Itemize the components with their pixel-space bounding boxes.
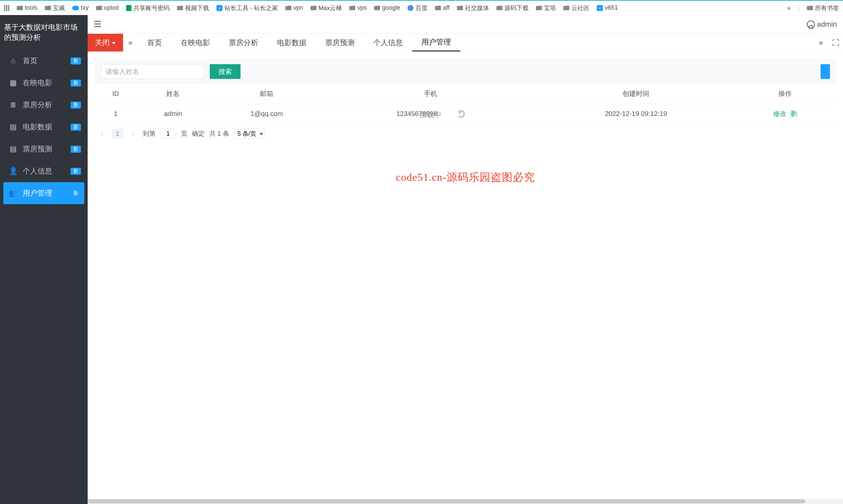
tab-0[interactable]: 首页 xyxy=(138,34,171,52)
bookmark-10[interactable]: google xyxy=(374,4,400,11)
sidebar-item-label: 票房分析 xyxy=(23,100,52,110)
new-badge: 新 xyxy=(71,57,81,65)
sidebar-icon: ⌂ xyxy=(9,56,17,65)
top-bar: ☰ admin xyxy=(88,15,843,34)
bookmark-5[interactable]: 视频下载 xyxy=(177,4,209,12)
tab-5[interactable]: 个人信息 xyxy=(364,34,412,52)
sidebar-icon: ▤ xyxy=(9,145,17,154)
bookmark-1[interactable]: 宝藏 xyxy=(45,4,65,12)
tabs-scroll-left-icon[interactable]: « xyxy=(123,34,138,52)
reload-icon[interactable] xyxy=(457,110,465,118)
edit-link[interactable]: 修改 xyxy=(773,110,787,117)
tab-bar: 关闭 « 首页在映电影票房分析电影数据票房预测个人信息用户管理 » ⛶ xyxy=(88,34,843,52)
col-header: 姓名 xyxy=(136,84,210,104)
page-next-icon[interactable]: › xyxy=(128,129,138,139)
watermark-banner: code51.cn-源码乐园盗图必究 xyxy=(95,170,836,185)
pagination: ‹ 1 › 到第 页 确定 共 1 条 5 条/页 xyxy=(95,124,836,143)
sidebar: 基于大数据对电影市场的预测分析 ⌂首页新▦在映电影新≣票房分析新▤电影数据新▤票… xyxy=(0,15,88,504)
tabs-close-button[interactable]: 关闭 xyxy=(88,34,123,52)
sidebar-icon: ▦ xyxy=(9,78,17,87)
cell-ops: 修改删 xyxy=(734,104,836,124)
sidebar-item-5[interactable]: 👤个人信息新 xyxy=(0,160,88,182)
sidebar-item-label: 在映电影 xyxy=(23,78,52,88)
apps-grid-icon[interactable] xyxy=(4,5,10,11)
cell-created: 2022-12-19 09:12:19 xyxy=(537,104,734,124)
user-table: ID姓名邮箱手机创建时间操作 1admin1@qq.com加载中12345678… xyxy=(95,84,836,124)
bookmark-9[interactable]: vps xyxy=(349,4,367,11)
goto-page-input[interactable] xyxy=(160,129,176,139)
tabs-scroll-right-icon[interactable]: » xyxy=(813,34,828,52)
search-button[interactable]: 搜索 xyxy=(210,64,241,79)
sidebar-item-label: 票房预测 xyxy=(23,144,52,154)
sidebar-item-0[interactable]: ⌂首页新 xyxy=(0,50,88,72)
delete-link[interactable]: 删 xyxy=(790,110,797,117)
col-header: 创建时间 xyxy=(537,84,734,104)
page-current[interactable]: 1 xyxy=(112,129,123,139)
tab-1[interactable]: 在映电影 xyxy=(171,34,220,52)
bookmark-2[interactable]: txy xyxy=(72,4,89,11)
bookmark-15[interactable]: 宝塔 xyxy=(536,4,556,12)
new-badge: 新 xyxy=(71,190,81,197)
table-row: 1admin1@qq.com加载中123456789982022-12-19 0… xyxy=(95,104,836,124)
page-size-select[interactable]: 5 条/页 xyxy=(234,129,264,139)
col-header: 邮箱 xyxy=(210,84,323,104)
cell-name: admin xyxy=(136,104,210,124)
new-badge: 新 xyxy=(71,79,81,87)
new-badge: 新 xyxy=(71,168,81,175)
sidebar-item-label: 电影数据 xyxy=(23,122,52,132)
bookmark-3[interactable]: uplod xyxy=(96,4,119,11)
content: 搜索 ID姓名邮箱手机创建时间操作 1admin1@qq.com加载中12345… xyxy=(88,52,843,192)
user-menu[interactable]: admin xyxy=(807,20,837,29)
sidebar-icon: 👤 xyxy=(9,167,17,176)
bookmark-16[interactable]: 云社区 xyxy=(563,4,589,12)
sidebar-item-6[interactable]: 👥用户管理新 xyxy=(3,182,84,204)
col-header: 手机 xyxy=(324,84,537,104)
bookmark-13[interactable]: 社交媒体 xyxy=(457,4,489,12)
total-label: 共 1 条 xyxy=(209,129,229,138)
tab-2[interactable]: 票房分析 xyxy=(220,34,268,52)
tab-6[interactable]: 用户管理 xyxy=(412,34,460,52)
sidebar-icon: 👥 xyxy=(9,189,17,198)
search-bar: 搜索 xyxy=(95,59,836,84)
add-button[interactable] xyxy=(821,64,830,79)
sidebar-item-2[interactable]: ≣票房分析新 xyxy=(0,94,88,116)
menu-toggle-icon[interactable]: ☰ xyxy=(94,19,101,30)
user-icon xyxy=(807,20,815,29)
bookmark-overflow-icon[interactable]: » xyxy=(787,4,790,12)
horizontal-scrollbar[interactable] xyxy=(88,499,843,504)
goto-suffix: 页 xyxy=(181,129,187,138)
bookmark-11[interactable]: 百度 xyxy=(408,4,428,12)
tab-4[interactable]: 票房预测 xyxy=(316,34,364,52)
goto-confirm-button[interactable]: 确定 xyxy=(192,129,205,138)
col-header: 操作 xyxy=(734,84,836,104)
sidebar-item-label: 首页 xyxy=(23,56,37,66)
bookmark-0[interactable]: tools xyxy=(17,4,37,11)
username-label: admin xyxy=(817,20,837,29)
bookmark-6[interactable]: ▪站长工具 - 站长之家 xyxy=(217,4,278,12)
page-prev-icon[interactable]: ‹ xyxy=(97,129,107,139)
chevron-down-icon xyxy=(112,42,116,46)
sidebar-item-3[interactable]: ▤电影数据新 xyxy=(0,116,88,138)
cell-phone: 加载中12345678998 xyxy=(324,104,537,124)
bookmark-4[interactable]: 共享账号密码 xyxy=(126,4,170,12)
bookmark-14[interactable]: 源码下载 xyxy=(496,4,529,12)
search-input[interactable] xyxy=(101,64,204,79)
bookmark-8[interactable]: Max云梯 xyxy=(310,4,342,12)
cell-id: 1 xyxy=(95,104,136,124)
bookmark-7[interactable]: vpn xyxy=(285,4,303,11)
sidebar-icon: ≣ xyxy=(9,101,17,109)
main-area: ☰ admin 关闭 « 首页在映电影票房分析电影数据票房预测个人信息用户管理 … xyxy=(88,15,843,504)
app-title: 基于大数据对电影市场的预测分析 xyxy=(0,15,88,50)
col-header: ID xyxy=(95,84,136,104)
all-bookmarks[interactable]: 所有书签 xyxy=(807,4,839,12)
sidebar-item-4[interactable]: ▤票房预测新 xyxy=(0,138,88,160)
cell-email: 1@qq.com xyxy=(210,104,323,124)
tab-3[interactable]: 电影数据 xyxy=(268,34,316,52)
bookmark-12[interactable]: aff xyxy=(435,4,450,11)
sidebar-item-label: 个人信息 xyxy=(23,166,52,176)
sidebar-item-1[interactable]: ▦在映电影新 xyxy=(0,72,88,94)
sidebar-item-label: 用户管理 xyxy=(23,188,52,198)
bookmark-17[interactable]: ▪v651 xyxy=(597,4,618,11)
bookmark-bar: tools宝藏txyuplod共享账号密码视频下载▪站长工具 - 站长之家vpn… xyxy=(0,0,843,15)
fullscreen-icon[interactable]: ⛶ xyxy=(828,34,843,52)
